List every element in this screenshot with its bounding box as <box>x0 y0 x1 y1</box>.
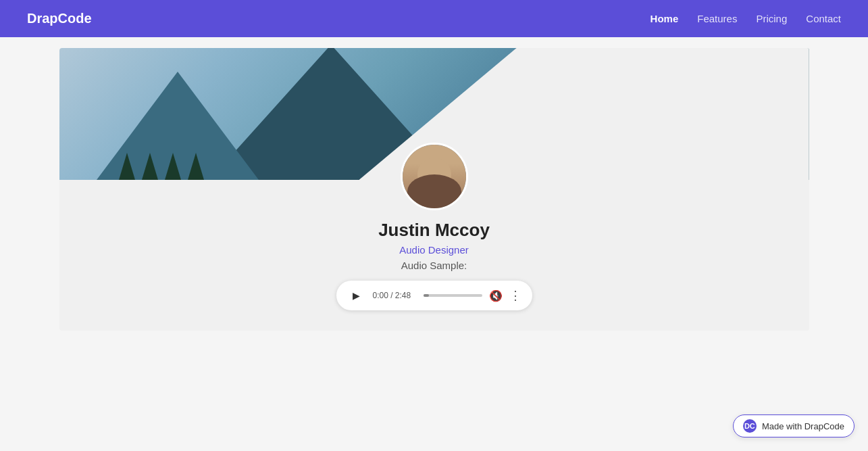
audio-label: Audio Sample: <box>401 260 467 271</box>
tree-2 <box>142 153 158 180</box>
tree-1 <box>119 153 135 180</box>
more-options-button[interactable]: ⋮ <box>509 289 521 302</box>
tree-3 <box>165 153 181 180</box>
nav-link-features[interactable]: Features <box>697 13 737 24</box>
progress-fill <box>424 294 430 297</box>
badge-icon: DC <box>743 419 757 433</box>
nav-link-contact[interactable]: Contact <box>806 13 841 24</box>
navbar: DrapCode Home Features Pricing Contact <box>0 0 868 37</box>
audio-player: 0:00 / 2:48 🔇 ⋮ <box>336 281 532 310</box>
volume-button[interactable]: 🔇 <box>489 289 503 302</box>
nav-links: Home Features Pricing Contact <box>650 13 841 25</box>
profile-name: Justin Mccoy <box>378 220 490 241</box>
nav-item-contact[interactable]: Contact <box>806 13 841 25</box>
nav-item-home[interactable]: Home <box>650 13 679 25</box>
badge-text: Made with DrapCode <box>762 421 844 431</box>
brand-logo[interactable]: DrapCode <box>27 11 92 26</box>
avatar <box>401 143 468 210</box>
progress-bar[interactable] <box>424 294 482 297</box>
profile-title: Audio Designer <box>399 244 469 256</box>
tree-4 <box>188 153 204 180</box>
nav-link-pricing[interactable]: Pricing <box>756 13 787 24</box>
profile-section: Justin Mccoy Audio Designer Audio Sample… <box>59 180 809 331</box>
nav-item-pricing[interactable]: Pricing <box>756 13 787 25</box>
trees-group <box>119 153 204 180</box>
hero-section: Justin Mccoy Audio Designer Audio Sample… <box>59 48 809 331</box>
avatar-wrapper <box>401 143 468 210</box>
avatar-face <box>403 145 466 208</box>
play-button[interactable] <box>347 286 366 305</box>
nav-item-features[interactable]: Features <box>697 13 737 25</box>
drapcode-badge[interactable]: DC Made with DrapCode <box>733 414 854 437</box>
nav-link-home[interactable]: Home <box>650 13 679 24</box>
time-display: 0:00 / 2:48 <box>373 291 417 300</box>
